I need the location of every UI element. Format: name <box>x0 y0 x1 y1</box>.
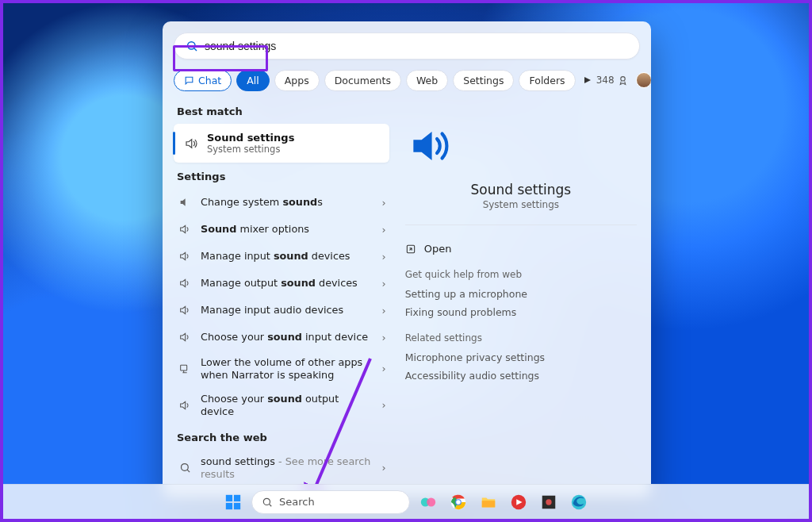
chevron-right-icon: › <box>382 462 386 474</box>
chevron-right-icon: › <box>382 197 386 209</box>
action-open[interactable]: Open <box>405 240 637 258</box>
svg-point-4 <box>181 464 188 471</box>
selection-indicator <box>173 132 175 155</box>
speaker-muted-icon <box>177 196 193 209</box>
best-match-result[interactable]: Sound settings System settings <box>174 124 389 163</box>
svg-rect-3 <box>181 365 187 370</box>
related-mic-privacy[interactable]: Microphone privacy settings <box>405 348 637 367</box>
quick-help-heading: Get quick help from web <box>405 269 637 280</box>
result-manage-output-sound[interactable]: Manage output sound devices › <box>174 270 393 297</box>
speaker-large-icon <box>405 121 637 171</box>
chevron-right-icon: › <box>382 278 386 290</box>
chevron-right-icon: › <box>382 363 386 374</box>
filter-all[interactable]: All <box>236 70 270 91</box>
speaker-icon <box>177 277 193 290</box>
chevron-right-icon: › <box>382 224 386 236</box>
search-icon <box>186 40 198 52</box>
filter-documents[interactable]: Documents <box>324 70 401 91</box>
svg-rect-9 <box>234 494 240 501</box>
start-search-flyout: Chat All Apps Documents Web Settings Fol… <box>163 21 651 497</box>
section-best-match: Best match <box>177 106 397 117</box>
preview-title: Sound settings <box>405 182 637 198</box>
taskbar-explorer-icon[interactable] <box>477 490 500 514</box>
taskbar: Search <box>3 484 809 519</box>
settings-results-list: Change system sounds › Sound mixer optio… <box>174 189 397 424</box>
svg-rect-19 <box>482 501 496 507</box>
taskbar-edge-icon[interactable] <box>567 490 591 514</box>
svg-point-2 <box>620 76 624 80</box>
svg-line-13 <box>269 504 271 506</box>
results-column: Best match Sound settings System setting… <box>163 98 397 486</box>
search-icon <box>177 462 193 474</box>
result-sound-mixer[interactable]: Sound mixer options › <box>174 216 393 243</box>
speaker-icon <box>177 223 193 236</box>
preview-pane: Sound settings System settings Open Get … <box>397 98 651 486</box>
result-manage-input-sound[interactable]: Manage input sound devices › <box>174 243 393 270</box>
svg-point-22 <box>546 499 551 505</box>
result-change-system-sounds[interactable]: Change system sounds › <box>174 189 393 216</box>
search-row <box>163 21 651 59</box>
svg-line-5 <box>187 470 190 473</box>
taskbar-search[interactable]: Search <box>251 490 410 514</box>
svg-point-0 <box>188 42 195 49</box>
filter-settings[interactable]: Settings <box>453 70 514 91</box>
header-widgets: 348 ••• <box>596 69 651 91</box>
chevron-right-icon: › <box>382 251 386 263</box>
speaker-icon <box>177 331 193 344</box>
search-input[interactable] <box>205 40 628 52</box>
search-filters: Chat All Apps Documents Web Settings Fol… <box>163 59 651 98</box>
chevron-right-icon: › <box>382 305 386 317</box>
speaker-icon <box>177 250 193 263</box>
filter-folders[interactable]: Folders <box>519 70 575 91</box>
svg-rect-11 <box>234 502 240 509</box>
result-choose-output-device[interactable]: Choose your sound output device › <box>174 387 393 424</box>
search-box[interactable] <box>174 33 640 59</box>
taskbar-app-red-icon[interactable] <box>507 490 530 514</box>
chevron-right-icon: › <box>382 399 386 411</box>
svg-rect-8 <box>226 494 232 501</box>
taskbar-search-placeholder: Search <box>279 496 315 508</box>
speaker-icon <box>177 304 193 317</box>
svg-rect-10 <box>226 502 232 509</box>
narrator-icon <box>177 363 193 375</box>
section-search-web: Search the web <box>177 432 397 443</box>
start-button[interactable] <box>221 490 245 514</box>
svg-point-18 <box>456 500 461 505</box>
web-search-result[interactable]: sound settings - See more search results… <box>174 450 393 486</box>
result-manage-input-audio[interactable]: Manage input audio devices › <box>174 297 393 324</box>
section-settings: Settings <box>177 171 397 182</box>
filter-more-icon[interactable] <box>584 72 592 88</box>
help-link-microphone[interactable]: Setting up a microphone <box>405 285 637 303</box>
taskbar-copilot-icon[interactable] <box>416 490 440 514</box>
action-open-label: Open <box>424 243 452 255</box>
speaker-icon <box>183 136 199 151</box>
result-choose-input-device[interactable]: Choose your sound input device › <box>174 324 393 351</box>
divider <box>405 225 637 225</box>
filter-chat-label: Chat <box>198 75 221 86</box>
speaker-icon <box>177 399 193 412</box>
filter-apps[interactable]: Apps <box>274 70 320 91</box>
result-narrator-volume[interactable]: Lower the volume of other apps when Narr… <box>174 351 393 387</box>
svg-line-1 <box>194 48 197 51</box>
best-match-subtitle: System settings <box>207 144 294 155</box>
filter-chat[interactable]: Chat <box>174 70 232 91</box>
rewards-points[interactable]: 348 <box>596 75 628 86</box>
preview-subtitle: System settings <box>405 199 637 210</box>
help-link-fix-sound[interactable]: Fixing sound problems <box>405 303 637 321</box>
taskbar-chrome-icon[interactable] <box>446 490 470 514</box>
best-match-title: Sound settings <box>207 132 294 144</box>
taskbar-app-dark-icon[interactable] <box>537 490 561 514</box>
filter-web[interactable]: Web <box>406 70 448 91</box>
svg-point-12 <box>263 498 270 505</box>
open-icon <box>405 244 416 255</box>
chevron-right-icon: › <box>382 332 386 344</box>
related-heading: Related settings <box>405 332 637 344</box>
related-accessibility-audio[interactable]: Accessibility audio settings <box>405 367 637 385</box>
svg-point-15 <box>427 497 435 506</box>
user-avatar[interactable] <box>636 72 651 88</box>
